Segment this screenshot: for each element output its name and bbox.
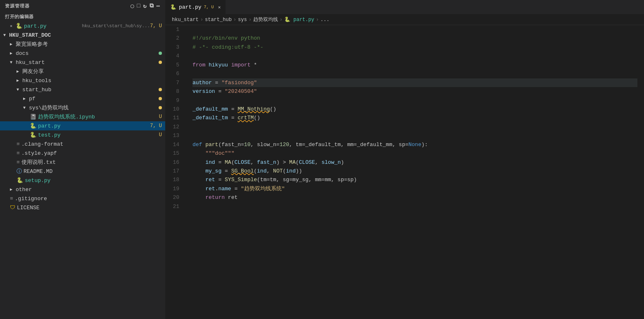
info-icon: ⓘ [17,168,22,175]
code-line: from hikyuu import * [192,61,637,69]
file-modified: U [159,114,162,120]
file-clang-format[interactable]: ≡ .clang-format [0,139,165,149]
breadcrumb-ellipsis[interactable]: ... [321,17,330,23]
sidebar-header: 资源管理器 ◯ □ ↻ ⧉ ⋯ [0,0,165,12]
sidebar: 资源管理器 ◯ □ ↻ ⧉ ⋯ 打开的编辑器 ✕ 🐍 part.py hku_s… [0,0,165,319]
breadcrumb-sep3: › [249,17,252,23]
breadcrumb-hku-start[interactable]: hku_start [172,17,199,23]
tab-part-py[interactable]: 🐍 part.py 7, U ✕ [165,0,226,14]
root-folder[interactable]: ▼ HKU_START_DOC [0,31,165,40]
file-part-py[interactable]: 🐍 part.py 7, U [0,121,165,130]
file-readme[interactable]: ⓘ README.MD [0,167,165,176]
file-setup-py[interactable]: 🐍 setup.py [0,176,165,185]
code-line [192,202,637,211]
folder-start-hub[interactable]: ▼ start_hub [0,85,165,94]
breadcrumb-sep1: › [200,17,203,23]
file-label: LICENSE [17,205,165,211]
tab-modified-indicator: 7, U [204,5,214,9]
file-label: 使用说明.txt [21,158,165,166]
code-line: # -*- coding:utf-8 -*- [192,43,637,52]
start-hub-badge [159,88,162,91]
folder-label: 网友分享 [22,68,165,75]
notebook-icon: 📓 [30,113,36,120]
folder-label: hku_start [16,59,159,66]
python-icon: 🐍 [17,177,23,184]
open-file-item[interactable]: ✕ 🐍 part.py hku_start\start_hub\sy... 7,… [0,21,165,31]
code-line: ret = SYS_Simple(tm=tm, sg=my_sg, mm=mm,… [192,175,637,184]
breadcrumb-sys[interactable]: sys [238,17,247,23]
shield-icon: 🛡 [10,205,15,211]
folder-other[interactable]: ▶ other [0,185,165,194]
file-license[interactable]: 🛡 LICENSE [0,203,165,212]
file-label: 趋势双均线系统.ipynb [38,113,159,121]
folder-label: pf [29,96,159,102]
folder-pf[interactable]: ▶ pf [0,94,165,103]
opened-editors-section[interactable]: 打开的编辑器 [0,12,165,21]
collapse-icon: ▶ [10,42,14,47]
open-file-name: part.py [24,23,79,29]
collapse-icon: ▶ [10,187,14,192]
file-modified: U [159,132,162,138]
folder-label: hku_tools [22,78,165,84]
breadcrumb: hku_start › start_hub › sys › 趋势双均线 › 🐍 … [165,14,644,25]
file-ipynb[interactable]: 📓 趋势双均线系统.ipynb U [0,112,165,121]
tab-bar: 🐍 part.py 7, U ✕ [165,0,644,14]
folder-jukuan[interactable]: ▶ 聚宽策略参考 [0,40,165,49]
folder-hku-start[interactable]: ▼ hku_start [0,58,165,67]
file-test-py[interactable]: 🐍 test.py U [0,130,165,139]
expand-icon: ▼ [10,60,14,65]
breadcrumb-sep4: › [280,17,283,23]
more-icon[interactable]: ⋯ [157,2,160,9]
file-label: setup.py [25,177,165,184]
file-tree: 打开的编辑器 ✕ 🐍 part.py hku_start\start_hub\s… [0,12,165,319]
code-editor[interactable]: 1 2 3 4 5 6 7 8 9 10 11 12 13 14 15 16 1… [165,25,644,319]
tab-close-button[interactable]: ✕ [218,5,221,10]
code-content[interactable]: #!/usr/bin/env python # -*- coding:utf-8… [186,25,644,319]
code-line [192,69,637,78]
file-gitignore[interactable]: ≡ .gitignore [0,194,165,203]
collapse-icon: ▶ [23,96,27,101]
hku-start-badge [159,61,162,64]
breadcrumb-start-hub[interactable]: start_hub [205,17,232,23]
folder-docs[interactable]: ▶ docs [0,49,165,58]
new-file-icon[interactable]: ◯ [131,2,134,9]
code-line [192,131,637,140]
file-label: test.py [38,132,159,138]
new-folder-icon[interactable]: □ [137,2,140,9]
code-line [192,25,637,34]
refresh-icon[interactable]: ↻ [143,2,147,9]
folder-hku-tools[interactable]: ▶ hku_tools [0,76,165,85]
file-style-yapf[interactable]: ≡ .style.yapf [0,149,165,158]
collapse-icon: ▶ [10,51,14,56]
text-icon: ≡ [17,150,20,156]
breadcrumb-file[interactable]: 🐍 part.py [284,17,314,23]
breadcrumb-qushi[interactable]: 趋势双均线 [253,16,278,23]
file-shiyong[interactable]: ≡ 使用说明.txt [0,158,165,167]
text-icon: ≡ [17,141,20,147]
collapse-icon: ▶ [17,69,21,74]
code-line [192,123,637,131]
file-modified: 7, U [150,123,162,129]
code-line: author = "fasiondog" [192,78,637,87]
text-icon: ≡ [10,196,13,202]
code-line: return ret [192,193,637,202]
code-line [192,96,637,105]
code-line: _default_tm = crtTM() [192,113,637,122]
folder-label: sys\趋势双均线 [29,104,159,111]
opened-editors-label: 打开的编辑器 [5,14,34,19]
file-label: .gitignore [15,196,165,202]
code-line: def part(fast_n=10, slow_n=120, tm=_defa… [192,140,637,149]
folder-wangyou[interactable]: ▶ 网友分享 [0,67,165,76]
collapse-all-icon[interactable]: ⧉ [150,2,154,9]
open-file-path: hku_start\start_hub\sy... [82,24,150,28]
line-numbers: 1 2 3 4 5 6 7 8 9 10 11 12 13 14 15 16 1… [165,25,186,319]
python-file-icon: 🐍 [16,23,22,29]
file-label: .clang-format [21,141,165,147]
code-line: #!/usr/bin/env python [192,34,637,43]
code-line: ret.name = "趋势双均线系统" [192,184,637,193]
folder-sys-qushi[interactable]: ▼ sys\趋势双均线 [0,103,165,112]
code-line: my_sg = SG_Bool(ind, NOT(ind)) [192,167,637,175]
folder-label: 聚宽策略参考 [16,40,165,48]
folder-label: docs [16,50,159,57]
docs-badge [159,52,162,55]
